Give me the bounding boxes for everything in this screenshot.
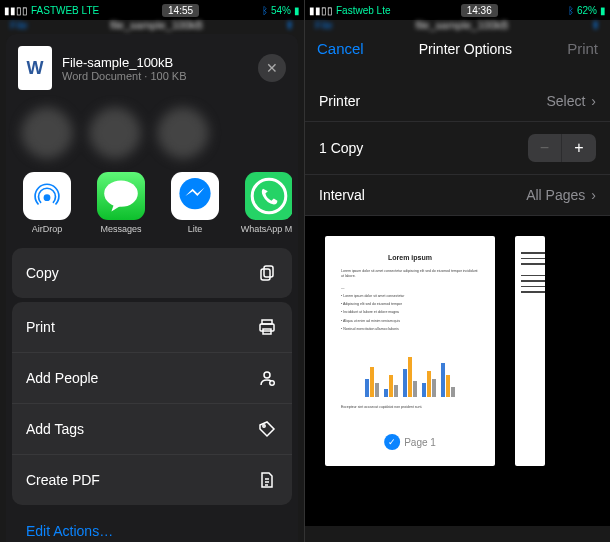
bluetooth-icon: ᛒ [262,5,268,16]
share-sheet-screen: ▮▮▯▯FASTWEB LTE 14:55 ᛒ54%▮ File file_sa… [0,0,305,542]
word-doc-icon: W [18,46,52,90]
nav-bar: Cancel Printer Options Print [305,30,610,67]
printer-row[interactable]: Printer Select› [305,81,610,122]
row-value: Select [546,93,585,109]
app-label: AirDrop [32,224,63,234]
time-label: 14:36 [461,4,498,17]
copy-action[interactable]: Copy [12,248,292,298]
action-label: Add Tags [26,421,84,437]
app-whatsapp[interactable]: WhatsApp Me [240,172,292,234]
whatsapp-icon [245,172,292,220]
svg-rect-7 [260,324,274,331]
close-icon: ✕ [266,60,278,76]
edit-actions-button[interactable]: Edit Actions… [12,509,292,542]
carrier-label: Fastweb Lte [336,5,390,16]
file-title: File-sample_100kB [62,55,248,70]
close-button[interactable]: ✕ [258,54,286,82]
preview-page-2[interactable] [515,236,545,466]
chevron-right-icon: › [591,93,596,109]
app-label: WhatsApp Me [241,224,292,234]
svg-point-1 [104,180,138,206]
printer-settings: Printer Select› 1 Copy − + Interval All … [305,81,610,216]
copies-label: 1 Copy [319,140,363,156]
row-value: All Pages [526,187,585,203]
messages-icon [97,172,145,220]
page-label: Page 1 [404,437,436,448]
battery-icon: ▮ [294,5,300,16]
app-airdrop[interactable]: AirDrop [18,172,76,234]
doc-chart [365,347,455,397]
file-subtitle: Word Document · 100 KB [62,70,248,82]
app-messages[interactable]: Messages [92,172,150,234]
cancel-button[interactable]: Cancel [317,40,364,57]
carrier-label: FASTWEB LTE [31,5,99,16]
copies-stepper: − + [528,134,596,162]
printer-options-screen: ▮▮▯▯Fastweb Lte 14:36 ᛒ62%▮ File file_sa… [305,0,610,542]
svg-point-3 [252,179,286,213]
document-icon [256,469,278,491]
range-row[interactable]: Interval All Pages› [305,175,610,216]
row-label: Printer [319,93,360,109]
add-people-icon [256,367,278,389]
action-label: Create PDF [26,472,100,488]
svg-point-0 [44,194,51,201]
print-preview: Lorem ipsum Lorem ipsum dolor sit amet c… [305,216,610,526]
doc-body: Lorem ipsum dolor sit amet consectetur a… [341,269,479,335]
page-title: Printer Options [419,41,512,57]
svg-point-9 [264,372,270,378]
doc-title: Lorem ipsum [341,254,479,261]
messenger-icon [171,172,219,220]
contacts-row [12,100,292,168]
contact-avatar[interactable] [90,108,140,158]
action-label: Print [26,319,55,335]
printer-icon [256,316,278,338]
battery-icon: ▮ [600,5,606,16]
svg-point-2 [179,178,210,209]
status-bar: ▮▮▯▯Fastweb Lte 14:36 ᛒ62%▮ [305,0,610,20]
svg-rect-5 [264,266,273,277]
bluetooth-icon: ᛒ [568,5,574,16]
file-header: W File-sample_100kB Word Document · 100 … [12,42,292,100]
create-pdf-action[interactable]: Create PDF [12,455,292,505]
page-indicator: ✓ Page 1 [384,434,436,450]
app-label: Messages [100,224,141,234]
svg-rect-4 [261,269,270,280]
tag-icon [256,418,278,440]
action-label: Copy [26,265,59,281]
app-messenger[interactable]: Lite [166,172,224,234]
contact-avatar[interactable] [158,108,208,158]
background-nav: File file_sample_100kB ⬆ [305,20,610,30]
battery-label: 54% [271,5,291,16]
share-icon: ⬆ [591,19,600,32]
add-tags-action[interactable]: Add Tags [12,404,292,455]
svg-point-11 [263,425,265,427]
action-label: Add People [26,370,98,386]
airdrop-icon [23,172,71,220]
contact-avatar[interactable] [22,108,72,158]
background-nav: File file_sample_100kB ⬆ [0,20,304,30]
stepper-plus[interactable]: + [562,134,596,162]
signal-icon: ▮▮▯▯ [309,5,333,16]
app-label: Lite [188,224,203,234]
time-label: 14:55 [162,4,199,17]
print-action[interactable]: Print [12,302,292,353]
apps-row: AirDrop Messages Lite WhatsApp Me [12,168,292,244]
status-bar: ▮▮▯▯FASTWEB LTE 14:55 ᛒ54%▮ [0,0,304,20]
stepper-minus[interactable]: − [528,134,562,162]
share-sheet: W File-sample_100kB Word Document · 100 … [6,34,298,542]
chevron-right-icon: › [591,187,596,203]
action-copy-group: Copy [12,248,292,298]
row-label: Interval [319,187,365,203]
action-list: Print Add People Add Tags Create PDF [12,302,292,505]
check-icon: ✓ [384,434,400,450]
add-people-action[interactable]: Add People [12,353,292,404]
print-button[interactable]: Print [567,40,598,57]
copy-icon [256,262,278,284]
copies-row: 1 Copy − + [305,122,610,175]
battery-label: 62% [577,5,597,16]
signal-icon: ▮▮▯▯ [4,5,28,16]
preview-page-1[interactable]: Lorem ipsum Lorem ipsum dolor sit amet c… [325,236,495,466]
share-icon: ⬆ [285,19,294,32]
